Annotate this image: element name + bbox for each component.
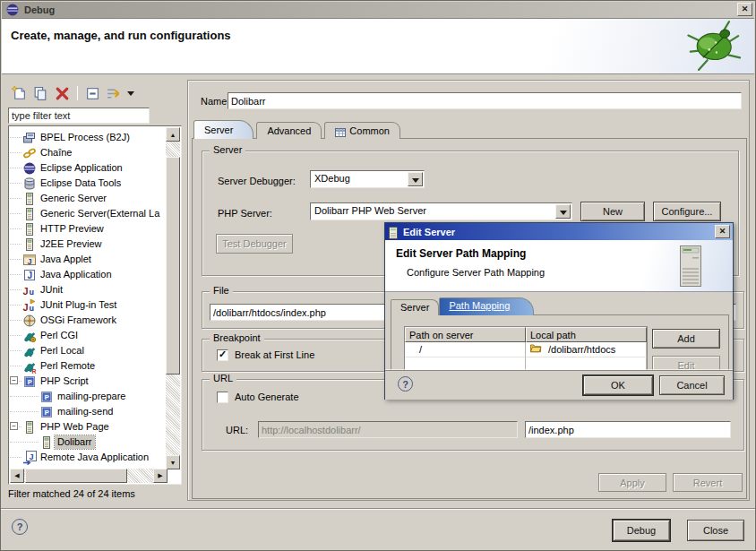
collapse-toggle-icon[interactable]: − [10, 422, 18, 430]
tree-item[interactable]: Pmailing-prepare [10, 389, 166, 404]
name-input[interactable] [228, 92, 742, 109]
tree-item[interactable]: Pmailing-send [10, 404, 166, 419]
scroll-down-icon[interactable]: ▼ [166, 455, 180, 469]
tree-item-label: Generic Server(External La [38, 207, 162, 220]
perl-icon [22, 344, 38, 358]
tree-horizontal-scrollbar[interactable]: ◀ ▶ [10, 469, 168, 483]
break-first-line-label: Break at First Line [235, 349, 314, 360]
url-path-input[interactable] [525, 421, 731, 438]
dialog-help-icon[interactable] [398, 376, 413, 392]
collapse-all-icon[interactable] [84, 85, 101, 102]
help-icon[interactable] [12, 519, 28, 535]
php-icon: P [39, 405, 55, 419]
cancel-button[interactable]: Cancel [659, 375, 725, 395]
tab-server[interactable]: Server [193, 120, 253, 139]
new-config-icon[interactable] [11, 85, 28, 102]
auto-generate-checkbox[interactable] [217, 392, 228, 403]
tree-item[interactable]: Perl Local [10, 343, 166, 358]
tree-item[interactable]: Perl CGI [10, 328, 166, 343]
tab-advanced[interactable]: Advanced [256, 122, 322, 139]
breakpoint-group-legend: Breakpoint [210, 332, 264, 343]
path-mapping-content: Path on server Local path //dolibarr/htd… [391, 314, 729, 371]
php-server-label: PHP Server: [218, 208, 272, 219]
header-banner: Create, manage, and run configurations [2, 19, 754, 74]
config-tree: BPEL Process (B2J)ChaîneEclipse Applicat… [10, 130, 166, 469]
server-tower-icon [677, 245, 704, 288]
tree-item[interactable]: Eclipse Application [10, 160, 166, 176]
tree-item-label: Generic Server [38, 192, 109, 205]
server-debugger-select[interactable]: XDebug [310, 170, 425, 188]
tab-common[interactable]: Common [324, 122, 400, 139]
tree-item-label: Dolibarr [55, 435, 95, 449]
window-titlebar[interactable]: Debug [2, 2, 754, 19]
tree-item[interactable]: JJava Applet [10, 252, 166, 267]
scroll-up-icon[interactable]: ▲ [166, 127, 180, 142]
edit-server-tabs: Server Path Mapping [391, 297, 534, 315]
tree-vertical-scrollbar[interactable]: ▲ ▼ [166, 127, 180, 469]
svg-text:J: J [30, 452, 34, 461]
edit-server-close-button[interactable]: ✕ [715, 225, 730, 238]
configure-server-button[interactable]: Configure... [653, 202, 721, 221]
dialog-subheading: Configure Server Path Mapping [407, 267, 545, 278]
tree-item-label: Java Applet [38, 253, 94, 266]
name-label: Name: [201, 96, 229, 107]
column-header-local-path: Local path [526, 327, 647, 342]
dropdown-arrow-icon[interactable] [408, 172, 423, 186]
server-icon [22, 222, 38, 237]
tree-item[interactable]: HTTP Preview [10, 221, 166, 237]
duplicate-config-icon[interactable] [32, 85, 49, 102]
bug-illustration-icon [679, 13, 750, 79]
perl-cgi-icon [22, 329, 38, 343]
dialog-tab-server[interactable]: Server [391, 299, 439, 315]
tree-item[interactable]: −PHP Web Page [10, 419, 166, 435]
edit-server-titlebar[interactable]: Edit Server [385, 223, 733, 240]
server-group-legend: Server [210, 144, 245, 155]
tree-item[interactable]: −PPHP Script [10, 374, 166, 389]
tree-item[interactable]: JRemote Java Application [10, 450, 166, 465]
tree-item[interactable]: RPerl Remote [10, 358, 166, 374]
dialog-heading: Edit Server Path Mapping [396, 247, 526, 260]
break-first-line-checkbox[interactable] [217, 349, 228, 361]
window-title: Debug [24, 4, 55, 15]
tree-item[interactable]: Generic Server [10, 191, 166, 206]
debug-button[interactable]: Debug [613, 520, 670, 541]
table-header-row: Path on server Local path [405, 327, 647, 342]
tree-item[interactable]: BPEL Process (B2J) [10, 130, 166, 145]
filter-icon[interactable] [106, 85, 123, 102]
ok-button[interactable]: OK [583, 375, 653, 395]
base-url-input [258, 421, 518, 438]
junit-plugin-icon: Ju [22, 298, 38, 313]
filter-status-text: Filter matched 24 of 24 items [8, 488, 135, 499]
horizontal-scroll-thumb[interactable] [25, 469, 127, 483]
tree-item[interactable]: J2EE Preview [10, 237, 166, 252]
collapse-toggle-icon[interactable]: − [10, 376, 18, 384]
php-server-select[interactable]: Dolibarr PHP Web Server [310, 202, 572, 220]
close-button[interactable]: Close [687, 520, 744, 541]
scroll-left-icon[interactable]: ◀ [10, 469, 24, 483]
dialog-tab-path-mapping[interactable]: Path Mapping [439, 297, 534, 315]
new-server-button[interactable]: New [580, 202, 645, 221]
remote-java-icon: J [22, 451, 38, 465]
scroll-right-icon[interactable]: ▶ [153, 469, 168, 483]
delete-config-icon[interactable] [54, 85, 71, 102]
dropdown-arrow-icon[interactable] [555, 204, 571, 219]
tree-item[interactable]: JuJUnit [10, 282, 166, 297]
tree-item-label: JUnit Plug-in Test [38, 298, 119, 312]
footer-divider [1, 508, 755, 510]
toolbar-menu-caret-icon[interactable] [127, 91, 134, 99]
tree-item-label: PHP Web Page [38, 420, 112, 434]
tree-item[interactable]: Eclipse Data Tools [10, 176, 166, 191]
tree-item[interactable]: JJava Application [10, 267, 166, 282]
config-tabs: Server Advanced Common [193, 120, 403, 139]
tree-item-label: mailing-send [55, 405, 116, 418]
tree-item[interactable]: Chaîne [10, 145, 166, 160]
tree-item[interactable]: JuJUnit Plug-in Test [10, 297, 166, 313]
mapping-row[interactable]: //dolibarr/htdocs [405, 342, 647, 357]
tree-item[interactable]: OSGi Framework [10, 313, 166, 328]
window-close-button[interactable]: ✕ [737, 3, 752, 16]
tree-item[interactable]: Dolibarr [10, 435, 166, 450]
tree-item[interactable]: Generic Server(External La [10, 206, 166, 221]
add-mapping-button[interactable]: Add [652, 329, 720, 349]
filter-input[interactable] [8, 108, 150, 124]
vertical-scroll-thumb[interactable] [166, 157, 180, 375]
